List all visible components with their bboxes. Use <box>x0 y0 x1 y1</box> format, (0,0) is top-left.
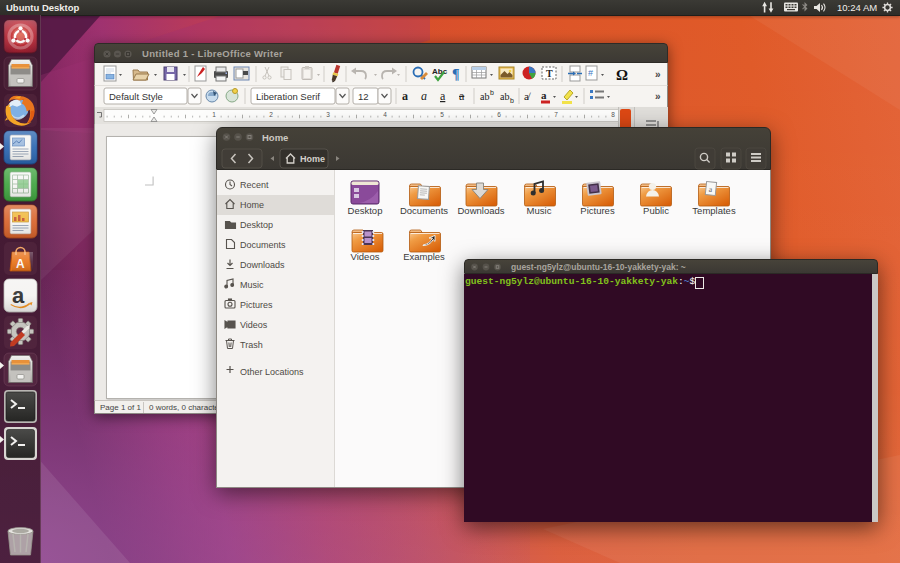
svg-text:Documents: Documents <box>400 205 448 216</box>
svg-text:ab: ab <box>480 91 489 102</box>
svg-text:a: a <box>421 89 427 103</box>
svg-text:Recent: Recent <box>240 180 269 190</box>
svg-text:Liberation Serif: Liberation Serif <box>256 91 320 102</box>
svg-text:Other Locations: Other Locations <box>240 367 304 377</box>
svg-text:a: a <box>440 89 446 103</box>
svg-text:8: 8 <box>611 111 615 118</box>
svg-text:b: b <box>490 89 494 96</box>
svg-text:Templates: Templates <box>692 205 736 216</box>
svg-text:Desktop: Desktop <box>240 220 273 230</box>
svg-text:7: 7 <box>554 111 558 118</box>
svg-text:Videos: Videos <box>240 320 268 330</box>
svg-text:¶: ¶ <box>452 67 460 82</box>
svg-text:1: 1 <box>212 111 216 118</box>
svg-text:4: 4 <box>383 111 387 118</box>
svg-text:Home: Home <box>300 154 325 164</box>
svg-text:ab: ab <box>500 91 509 102</box>
svg-text:»: » <box>655 91 661 102</box>
svg-text:Examples: Examples <box>403 251 445 262</box>
svg-text:Videos: Videos <box>351 251 380 262</box>
svg-text:Public: Public <box>643 205 669 216</box>
svg-text:Trash: Trash <box>240 340 263 350</box>
svg-text:#: # <box>588 68 593 78</box>
svg-text:a: a <box>541 89 547 101</box>
svg-text:12: 12 <box>358 91 369 102</box>
svg-text:6: 6 <box>497 111 501 118</box>
svg-text:Home: Home <box>240 200 264 210</box>
svg-text:Music: Music <box>240 280 264 290</box>
svg-text:b: b <box>510 97 514 104</box>
svg-text:Pictures: Pictures <box>580 205 615 216</box>
svg-text:»: » <box>655 69 661 80</box>
svg-text:Downloads: Downloads <box>458 205 505 216</box>
svg-text:2: 2 <box>269 111 273 118</box>
svg-text:Pictures: Pictures <box>240 300 273 310</box>
svg-text:5: 5 <box>440 111 444 118</box>
svg-text:guest-ng5ylz@ubuntu-16-10-yakk: guest-ng5ylz@ubuntu-16-10-yakkety-yak: ~ <box>511 262 686 272</box>
svg-text:10:24 AM: 10:24 AM <box>837 2 877 13</box>
svg-text:a̸: a̸ <box>524 90 531 102</box>
svg-text:Desktop: Desktop <box>348 205 383 216</box>
svg-text:Documents: Documents <box>240 240 286 250</box>
svg-text:Default Style: Default Style <box>109 91 163 102</box>
svg-text:Home: Home <box>262 132 288 143</box>
svg-text:Ω: Ω <box>616 67 628 83</box>
svg-text:Downloads: Downloads <box>240 260 285 270</box>
svg-text:3: 3 <box>326 111 330 118</box>
svg-text:Abc: Abc <box>432 67 448 76</box>
svg-text:a: a <box>459 89 465 103</box>
svg-text:a: a <box>402 89 408 103</box>
svg-text:T: T <box>546 68 553 79</box>
svg-text:Music: Music <box>527 205 552 216</box>
